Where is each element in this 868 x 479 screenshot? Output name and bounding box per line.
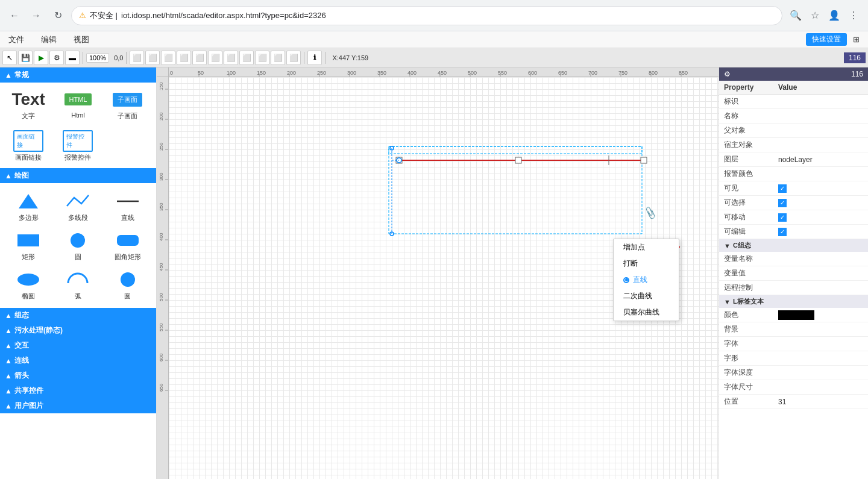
ellipse-widget[interactable]: 椭圆 [5,266,52,303]
tool-11[interactable]: ⬜ [286,51,301,65]
tool-6[interactable]: ⬜ [208,51,222,65]
html-widget[interactable]: HTML Html [54,86,101,123]
select-tool[interactable]: ↖ [2,51,17,65]
arc-widget[interactable]: 弧 [54,266,101,303]
screen-link-widget[interactable]: 画面链接 画面链接 [5,128,52,164]
address-bar[interactable]: ⚠ 不安全 | iot.idosp.net/html/scada/editor.… [71,6,782,25]
section-interact[interactable]: ▲ 交互 [0,338,156,353]
section-user-image[interactable]: ▲ 用户图片 [0,398,156,413]
child-widget[interactable]: 子画面 子画面 [104,86,151,123]
prop-key-fontdepth: 字体深度 [719,366,773,380]
rounded-rect-widget[interactable]: 圆角矩形 [104,227,151,264]
prop-row-biaozhiA: 标识 [719,95,868,109]
circle-widget[interactable]: 圆 [54,227,101,264]
profile-button[interactable]: 👤 [826,7,843,24]
tool-3[interactable]: ⬜ [161,51,175,65]
section-connect[interactable]: ▲ 连线 [0,353,156,368]
section-general[interactable]: ▲ 常规 [0,67,156,83]
filled-circle-widget[interactable]: 圆 [104,266,151,303]
menu-button[interactable]: ⋮ [845,7,862,24]
tool-4[interactable]: ⬜ [177,51,191,65]
tool-7[interactable]: ⬜ [224,51,238,65]
canvas-area[interactable]: 0 50 100 150 200 250 300 350 400 450 [157,67,719,479]
straight-radio-inner [625,278,628,281]
svg-rect-4 [117,235,139,246]
browser-right-icons: 🔍 ☆ 👤 ⋮ [787,7,862,24]
section-user-image-label: 用户图片 [14,401,43,411]
section-general-arrow: ▲ [5,71,12,80]
prop-key-color: 颜色 [719,308,773,322]
info-tool[interactable]: ℹ [307,51,322,65]
c-state-table: 变量名称 变量值 远程控制 [719,252,868,295]
tool-1[interactable]: ⬜ [130,51,144,65]
settings-tool[interactable]: ⚙ [49,51,64,65]
svg-text:700: 700 [588,70,597,76]
play-tool[interactable]: ▶ [34,51,48,65]
menu-view[interactable]: 视图 [70,33,93,46]
html-icon-label: HTML [64,93,92,105]
svg-text:350: 350 [159,202,164,211]
menu-file[interactable]: 文件 [5,33,28,46]
context-menu-straight[interactable]: 直线 [614,272,679,288]
context-menu-quadratic[interactable]: 二次曲线 [614,288,679,304]
search-button[interactable]: 🔍 [787,7,804,24]
label-text-section-header[interactable]: ▼ L标签文本 [719,295,868,308]
back-button[interactable]: ← [6,7,23,24]
section-connect-label: 连线 [14,355,29,366]
section-draw-arrow: ▲ [5,172,12,180]
forward-button[interactable]: → [28,7,45,24]
svg-text:200: 200 [287,70,296,76]
prop-key-suzhudx: 宿主对象 [719,138,773,152]
svg-text:350: 350 [377,70,386,76]
section-draw[interactable]: ▲ 绘图 [0,168,156,183]
movable-checkbox[interactable]: ✓ [778,213,787,222]
section-sewage[interactable]: ▲ 污水处理(静态) [0,323,156,338]
fit-tool[interactable]: ▬ [65,51,80,65]
quick-setting-button[interactable]: 快速设置 [806,33,847,46]
tool-5[interactable]: ⬜ [192,51,207,65]
alarm-widget[interactable]: 报警控件 报警控件 [54,128,101,164]
separator-2 [126,52,127,64]
tool-2[interactable]: ⬜ [145,51,160,65]
context-menu-add-point[interactable]: 增加点 [614,239,679,255]
tool-9[interactable]: ⬜ [255,51,269,65]
context-menu-bezier[interactable]: 贝塞尔曲线 [614,304,679,321]
browser-bar: ← → ↻ ⚠ 不安全 | iot.idosp.net/html/scada/e… [0,0,868,31]
section-arrow[interactable]: ▲ 箭头 [0,368,156,383]
line-widget[interactable]: 直线 [104,188,151,225]
bookmark-button[interactable]: ☆ [807,7,823,24]
context-menu-break[interactable]: 打断 [614,255,679,272]
general-row-2: 画面链接 画面链接 报警控件 报警控件 [5,128,151,164]
circle-label: 圆 [75,252,81,261]
selectable-checkbox[interactable]: ✓ [778,199,787,207]
section-shared-label: 共享控件 [14,386,43,396]
circle-icon [63,230,93,251]
prop-val-selectable: ✓ [773,196,868,210]
canvas-content[interactable]: 📎 增加点 打断 [169,77,719,479]
context-menu[interactable]: 增加点 打断 直线 二次曲线 贝塞尔曲线 [613,239,679,321]
c-state-section-header[interactable]: ▼ C组态 [719,239,868,252]
section-shared[interactable]: ▲ 共享控件 [0,383,156,398]
reload-button[interactable]: ↻ [49,7,66,24]
toolbar: ↖ 💾 ▶ ⚙ ▬ 100% 0,0 ⬜ ⬜ ⬜ ⬜ ⬜ ⬜ ⬜ ⬜ ⬜ ⬜ ⬜… [0,48,868,67]
polyline-widget[interactable]: 多线段 [54,188,101,225]
screen-link-icon-label: 画面链接 [13,130,43,152]
rect-widget[interactable]: 矩形 [5,227,52,264]
ruler-corner [157,67,169,77]
position-display: X:447 Y:159 [332,54,368,61]
section-group[interactable]: ▲ 组态 [0,308,156,323]
line-icon [113,190,143,212]
visible-checkbox[interactable]: ✓ [778,184,787,193]
tool-8[interactable]: ⬜ [239,51,254,65]
save-tool[interactable]: 💾 [18,51,33,65]
menu-edit[interactable]: 编辑 [37,33,60,46]
url-display: iot.idosp.net/html/scada/editor.aspx.htm… [121,11,326,20]
text-widget[interactable]: Text 文字 [5,86,52,123]
polygon-widget[interactable]: 多边形 [5,188,52,225]
prop-val-mingcheng [773,109,868,124]
prop-val-color [773,308,868,322]
polyline-icon [63,190,93,212]
editable-checkbox[interactable]: ✓ [778,228,787,236]
tool-10[interactable]: ⬜ [271,51,285,65]
color-swatch[interactable] [778,310,814,320]
